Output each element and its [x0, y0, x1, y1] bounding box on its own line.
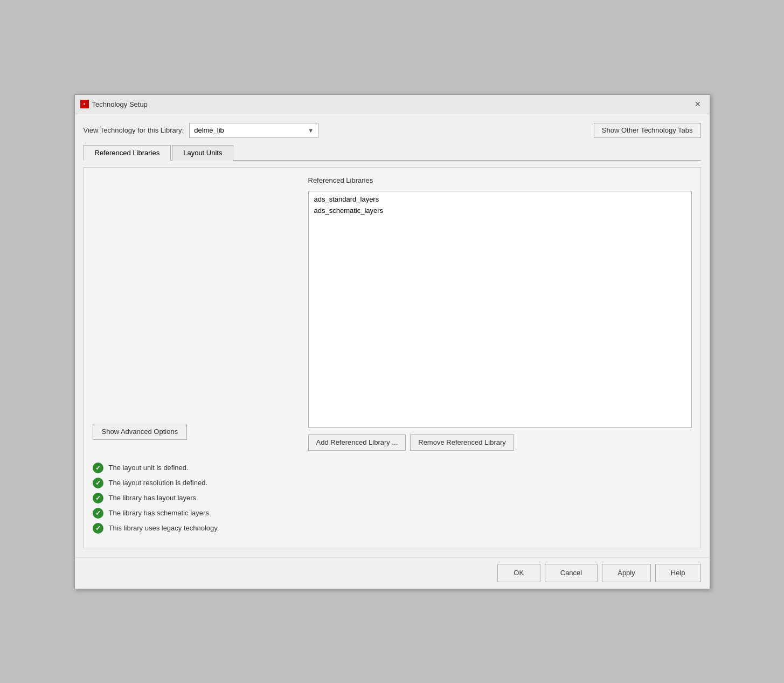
top-bar: View Technology for this Library: delme_… — [84, 123, 701, 138]
remove-referenced-library-button[interactable]: Remove Referenced Library — [410, 434, 514, 451]
dropdown-arrow-icon: ▼ — [308, 127, 314, 134]
help-button[interactable]: Help — [655, 564, 701, 582]
list-item[interactable]: ads_standard_layers — [311, 194, 689, 205]
tab-referenced-libraries[interactable]: Referenced Libraries — [84, 145, 171, 161]
check-icon-2 — [93, 493, 103, 503]
list-item[interactable]: ads_schematic_layers — [311, 205, 689, 216]
status-text-0: The layout unit is defined. — [109, 464, 189, 472]
status-text-3: The library has schematic layers. — [109, 509, 211, 517]
right-panel: Referenced Libraries ads_standard_layers… — [308, 176, 692, 451]
check-icon-0 — [93, 463, 103, 473]
status-item-4: This library uses legacy technology. — [93, 523, 692, 534]
status-item-2: The library has layout layers. — [93, 493, 692, 503]
apply-button[interactable]: Apply — [602, 564, 651, 582]
main-area: Show Advanced Options Referenced Librari… — [84, 167, 701, 548]
main-window: ▪ Technology Setup ✕ View Technology for… — [74, 94, 710, 589]
ok-button[interactable]: OK — [497, 564, 540, 582]
close-button[interactable]: ✕ — [691, 98, 704, 111]
status-section: The layout unit is defined. The layout r… — [93, 457, 692, 539]
status-text-2: The library has layout layers. — [109, 494, 198, 502]
content-area: View Technology for this Library: delme_… — [75, 114, 710, 557]
tab-layout-units[interactable]: Layout Units — [172, 145, 233, 161]
selected-library-value: delme_lib — [194, 126, 224, 134]
status-item-3: The library has schematic layers. — [93, 508, 692, 519]
check-icon-1 — [93, 478, 103, 488]
referenced-libraries-heading: Referenced Libraries — [308, 176, 692, 184]
show-advanced-options-button[interactable]: Show Advanced Options — [93, 424, 188, 440]
bottom-bar: OK Cancel Apply Help — [75, 557, 710, 589]
title-bar-left: ▪ Technology Setup — [80, 100, 148, 108]
status-item-1: The layout resolution is defined. — [93, 478, 692, 488]
status-text-1: The layout resolution is defined. — [109, 479, 208, 487]
title-bar: ▪ Technology Setup ✕ — [75, 95, 710, 114]
status-item-0: The layout unit is defined. — [93, 463, 692, 473]
window-title: Technology Setup — [92, 100, 148, 108]
check-icon-4 — [93, 523, 103, 534]
ref-lib-buttons: Add Referenced Library ... Remove Refere… — [308, 434, 692, 451]
tabs-row: Referenced Libraries Layout Units — [84, 144, 701, 161]
main-split: Show Advanced Options Referenced Librari… — [93, 176, 692, 451]
check-icon-3 — [93, 508, 103, 519]
show-other-tabs-button[interactable]: Show Other Technology Tabs — [594, 123, 701, 138]
view-tech-label: View Technology for this Library: — [84, 126, 184, 134]
add-referenced-library-button[interactable]: Add Referenced Library ... — [308, 434, 406, 451]
referenced-libraries-listbox[interactable]: ads_standard_layers ads_schematic_layers — [308, 191, 692, 428]
library-dropdown[interactable]: delme_lib ▼ — [189, 123, 318, 138]
app-icon: ▪ — [80, 100, 89, 108]
status-text-4: This library uses legacy technology. — [109, 524, 219, 532]
left-panel: Show Advanced Options — [93, 176, 297, 451]
cancel-button[interactable]: Cancel — [545, 564, 598, 582]
view-tech-row: View Technology for this Library: delme_… — [84, 123, 319, 138]
